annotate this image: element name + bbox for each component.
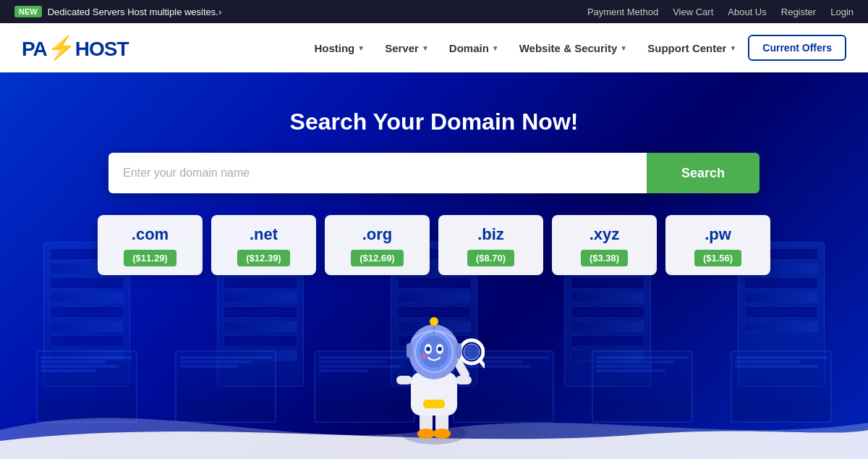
domain-card-xyz[interactable]: .xyz ($3.38) — [552, 215, 657, 275]
payment-method-link[interactable]: Payment Method — [587, 7, 658, 17]
domain-card-com[interactable]: .com ($11.29) — [98, 215, 203, 275]
svg-point-26 — [419, 353, 427, 359]
domain-ext-xyz: .xyz — [590, 225, 620, 244]
logo[interactable]: PA⚡HOST — [22, 34, 129, 62]
domain-card-org[interactable]: .org ($12.69) — [325, 215, 430, 275]
domain-search-bar: Search — [109, 153, 760, 193]
topbar: NEW Dedicated Servers Host multiple wesi… — [0, 0, 868, 23]
website-security-chevron-icon: ▼ — [620, 44, 627, 52]
hero-section: Search Your Domain Now! Search .com ($11… — [0, 72, 868, 459]
domain-search-input[interactable] — [109, 153, 647, 193]
domain-nav[interactable]: Domain ▼ — [441, 36, 508, 60]
mascot: ⚡ — [383, 300, 485, 430]
about-us-link[interactable]: About Us — [728, 7, 766, 17]
nav-links: Hosting ▼ Server ▼ Domain ▼ Website & Se… — [305, 35, 846, 61]
domain-search-button[interactable]: Search — [647, 153, 760, 193]
domain-ext-com: .com — [132, 225, 169, 244]
svg-point-4 — [433, 429, 451, 439]
robot-mascot-svg: ⚡ — [383, 300, 485, 445]
domain-card-pw[interactable]: .pw ($1.56) — [665, 215, 770, 275]
domain-price-biz: ($8.70) — [467, 250, 514, 266]
support-center-chevron-icon: ▼ — [729, 44, 736, 52]
hosting-nav[interactable]: Hosting ▼ — [305, 36, 373, 60]
svg-point-20 — [426, 347, 430, 351]
svg-point-25 — [430, 317, 438, 326]
topbar-left: NEW Dedicated Servers Host multiple wesi… — [14, 6, 221, 17]
register-link[interactable]: Register — [781, 7, 816, 17]
domain-price-com: ($11.29) — [124, 250, 176, 266]
svg-point-3 — [417, 429, 435, 439]
domain-card-net[interactable]: .net ($12.39) — [211, 215, 316, 275]
svg-point-12 — [464, 344, 480, 360]
domain-price-xyz: ($3.38) — [581, 250, 628, 266]
svg-rect-8 — [396, 376, 412, 384]
domain-ext-net: .net — [250, 225, 278, 244]
svg-rect-23 — [456, 343, 461, 358]
website-security-nav[interactable]: Website & Security ▼ — [511, 36, 637, 60]
domain-card-biz[interactable]: .biz ($8.70) — [438, 215, 543, 275]
svg-line-13 — [480, 360, 485, 366]
navbar: PA⚡HOST Hosting ▼ Server ▼ Domain ▼ Webs… — [0, 23, 868, 72]
domain-ext-pw: .pw — [705, 225, 731, 244]
svg-rect-22 — [407, 343, 412, 358]
svg-text:⚡: ⚡ — [430, 400, 439, 409]
svg-point-17 — [420, 336, 448, 368]
login-link[interactable]: Login — [830, 7, 854, 17]
domain-price-org: ($12.69) — [351, 250, 403, 266]
hero-title: Search Your Domain Now! — [290, 109, 579, 135]
support-center-nav[interactable]: Support Center ▼ — [639, 36, 745, 60]
svg-point-21 — [438, 347, 442, 351]
domain-price-pw: ($1.56) — [694, 250, 741, 266]
domain-chevron-icon: ▼ — [492, 44, 499, 52]
logo-text: PA⚡HOST — [22, 34, 129, 62]
domain-ext-biz: .biz — [477, 225, 504, 244]
current-offers-button[interactable]: Current Offers — [748, 35, 846, 61]
server-nav[interactable]: Server ▼ — [376, 36, 438, 60]
topbar-announcement: Dedicated Servers Host multiple wesites.… — [48, 7, 222, 17]
domain-ext-org: .org — [362, 225, 393, 244]
new-badge: NEW — [14, 6, 42, 17]
server-chevron-icon: ▼ — [422, 44, 429, 52]
hosting-chevron-icon: ▼ — [357, 44, 365, 52]
domain-price-net: ($12.39) — [237, 250, 289, 266]
hero-content: Search Your Domain Now! Search .com ($11… — [0, 72, 868, 275]
domain-cards-container: .com ($11.29) .net ($12.39) .org ($12.69… — [98, 215, 770, 275]
view-cart-link[interactable]: View Cart — [673, 7, 713, 17]
topbar-right: Payment Method View Cart About Us Regist… — [587, 7, 854, 17]
logo-slash: ⚡ — [47, 35, 75, 61]
